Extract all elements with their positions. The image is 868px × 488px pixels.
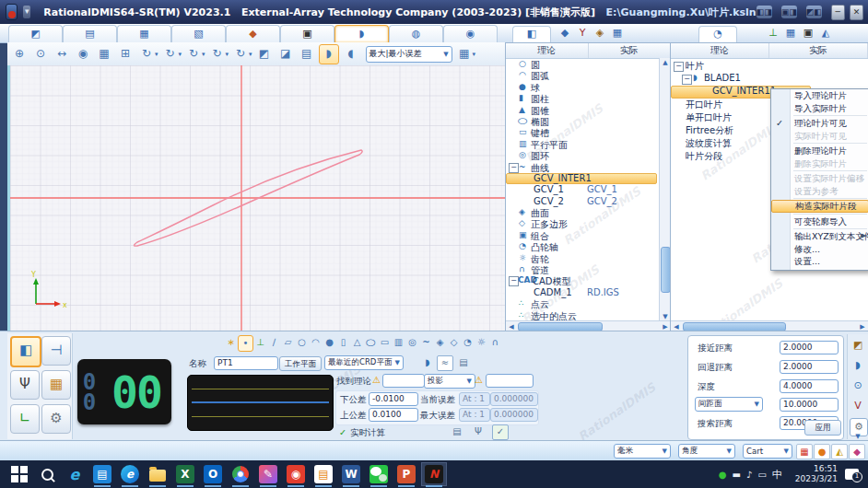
probe-angles-button[interactable]: ∗ xyxy=(224,335,238,350)
actual-column-header[interactable]: 实际 xyxy=(769,43,868,58)
rotate-front-dropdown[interactable]: ▾ xyxy=(155,51,158,58)
theory-column-header[interactable]: 理论 xyxy=(671,43,769,58)
tree-row-parallel-planes[interactable]: ▥平行平面 xyxy=(506,139,659,150)
tree-row-gear[interactable]: ☼齿轮 xyxy=(506,253,659,264)
edit-plan-button[interactable]: ▤ xyxy=(449,424,465,440)
surface-feature-button[interactable]: ◈ xyxy=(433,335,447,350)
menu-item-delete-theory-blade[interactable]: 删除理论叶片 xyxy=(771,145,868,157)
tree-row-curve[interactable]: −~曲线 xyxy=(506,162,659,173)
menu-item-settings[interactable]: 设置... xyxy=(771,255,868,268)
sphere-feature-button[interactable]: ● xyxy=(323,335,336,350)
chart-view-tab[interactable]: ≈ xyxy=(437,355,453,371)
tree-row-point-cloud[interactable]: ∴点云 xyxy=(506,298,659,309)
error-mode-select[interactable]: 最大|最小误差 ▼ xyxy=(366,46,452,63)
tree-row-slot[interactable]: ▭键槽 xyxy=(506,127,659,138)
tray-status-icon[interactable]: ● xyxy=(719,470,727,480)
curve-feature-button[interactable]: ~ xyxy=(419,335,433,350)
taskbar-search-button[interactable] xyxy=(35,463,59,485)
taskbar-doc-viewer[interactable]: ▤ xyxy=(311,463,335,485)
notification-center-button[interactable]: 1 xyxy=(845,469,859,480)
right-tab-axes[interactable]: ⊥ xyxy=(765,26,781,41)
workplane-button[interactable]: 工作平面 xyxy=(279,356,322,371)
cam-feature-button[interactable]: ◔ xyxy=(461,335,475,350)
slot-feature-button[interactable]: ▭ xyxy=(378,335,392,350)
menu-item-construct-actual-blade-segment[interactable]: 构造实际叶片段 xyxy=(771,200,868,213)
confirm-check-button[interactable]: ✓ xyxy=(492,424,509,440)
tree-row-sphere[interactable]: ●球 xyxy=(506,82,659,93)
tab-camera[interactable]: ◉ xyxy=(443,25,498,42)
jogbox-icon-3[interactable]: ◩◧ xyxy=(806,6,822,18)
toolbox-side-button[interactable]: ◩ xyxy=(850,337,866,354)
view-rotate-side-button[interactable]: ↻ xyxy=(184,45,203,64)
tree-row-ellipse[interactable]: ○椭圆 xyxy=(506,116,659,127)
tab-workpiece[interactable]: ◩ xyxy=(8,25,63,42)
list-view-tab[interactable]: ▤ xyxy=(455,355,472,371)
machine-setup-button[interactable]: ⚙ xyxy=(41,404,71,434)
middle-tab-gem[interactable]: ◆ xyxy=(557,26,573,41)
rotate-free-dropdown[interactable]: ▾ xyxy=(249,51,252,58)
tree-row-gcv-inter1[interactable]: GCV_INTER1 xyxy=(506,173,659,184)
tree-row-cylinder[interactable]: ▮圆柱 xyxy=(506,93,659,104)
taskbar-chrome[interactable] xyxy=(229,463,252,485)
coordinate-color-toggle[interactable]: ◆ xyxy=(849,444,865,459)
lower-tolerance-input[interactable]: -0.0100 xyxy=(369,392,418,406)
section-view-a-button[interactable]: ◩ xyxy=(255,45,274,64)
taskbar-blue-app[interactable]: ▤ xyxy=(90,463,114,485)
scroll-left-icon[interactable]: ◀ xyxy=(671,323,682,331)
taskbar-word[interactable]: W xyxy=(339,463,363,485)
rotate-top-dropdown[interactable]: ▾ xyxy=(179,51,182,58)
tab-device[interactable]: ▣ xyxy=(280,25,334,42)
tree-row-torus[interactable]: ◎圆环 xyxy=(506,150,659,161)
close-button[interactable]: ✕ xyxy=(850,5,863,20)
height-gauge-button[interactable]: ⊣ xyxy=(41,336,71,366)
pipe-feature-button[interactable]: ∩ xyxy=(488,335,502,350)
tree-row-cone[interactable]: ▲圆锥 xyxy=(506,105,659,116)
blade-profile-button[interactable]: ◖ xyxy=(342,45,360,64)
network-display-icon[interactable]: ▭ xyxy=(757,470,766,480)
actual-column-header[interactable]: 实际 xyxy=(589,43,672,58)
vtool-side-button[interactable]: V xyxy=(850,398,866,414)
grid-display-button[interactable]: ▦ xyxy=(455,45,474,64)
tree-row-circle[interactable]: ○圆 xyxy=(506,59,659,70)
point-display-toggle[interactable]: ▦ xyxy=(796,444,813,459)
menu-item-theory-blade-visible[interactable]: ✓理论叶片可见 xyxy=(771,117,868,130)
coordinate-system-button[interactable]: ⊥ xyxy=(253,335,267,350)
tab-table[interactable]: ▦ xyxy=(117,25,171,42)
projection-select[interactable]: 投影 ▼ xyxy=(424,374,475,389)
menu-item-delete-actual-blade[interactable]: 删除实际叶片 xyxy=(771,157,868,170)
gear-feature-button[interactable]: ☼ xyxy=(475,335,488,350)
battery-icon[interactable]: ▬ xyxy=(733,470,741,480)
taskbar-excel[interactable]: X xyxy=(173,463,197,485)
tree-row-pipe[interactable]: ∩管道 xyxy=(506,264,659,275)
collapse-toggle[interactable]: − xyxy=(682,75,692,85)
approach-distance-input[interactable]: 2.0000 xyxy=(780,341,839,354)
upper-tolerance-input[interactable]: 0.0100 xyxy=(369,408,418,422)
right-tab-grid[interactable]: ▦ xyxy=(782,26,799,41)
tree-row-blade-root[interactable]: −叶片 xyxy=(671,60,866,73)
tree-row-gcv2[interactable]: GCV_2GCV_2 xyxy=(506,196,659,207)
taskbar-design-app[interactable]: ✎ xyxy=(256,463,280,485)
blade-side-button[interactable]: ◗ xyxy=(850,357,866,374)
tab-graphics[interactable]: ◆ xyxy=(226,25,280,42)
middle-tab-probe[interactable]: Y xyxy=(574,26,591,41)
dimension-button[interactable]: ⊞ xyxy=(116,45,135,64)
menu-item-import-actual-blade[interactable]: 导入实际叶片 xyxy=(771,102,868,115)
menu-item-set-as-reference[interactable]: 设置为参考 xyxy=(771,185,868,198)
tree-row-camshaft[interactable]: ◔凸轮轴 xyxy=(506,241,659,252)
machine-probe-button[interactable]: ◧ xyxy=(10,336,41,367)
scroll-right-icon[interactable]: ▶ xyxy=(857,323,868,331)
taskbar-security-app[interactable]: ◉ xyxy=(284,463,308,485)
apply-button[interactable]: 应用 xyxy=(804,420,841,436)
view-rotate-iso-button[interactable]: ↻ xyxy=(208,45,227,64)
angle-select[interactable]: 角度 ▼ xyxy=(678,444,735,459)
axis-triad-button[interactable]: ∟ xyxy=(10,404,40,434)
taskbar-internet-explorer[interactable]: e xyxy=(63,463,87,485)
quick-menu-icon[interactable]: ▾ xyxy=(23,6,30,18)
collapse-toggle[interactable]: − xyxy=(674,62,684,72)
arc-feature-button[interactable]: ◠ xyxy=(309,335,323,350)
visibility-button[interactable]: ◉ xyxy=(74,45,92,64)
taskbar-file-explorer[interactable] xyxy=(146,463,170,485)
menu-item-variable-profile-import[interactable]: 可变轮廓导入 xyxy=(771,215,868,228)
menu-item-import-theory-blade[interactable]: 导入理论叶片 xyxy=(771,89,868,102)
minimize-button[interactable]: ─ xyxy=(831,5,845,20)
